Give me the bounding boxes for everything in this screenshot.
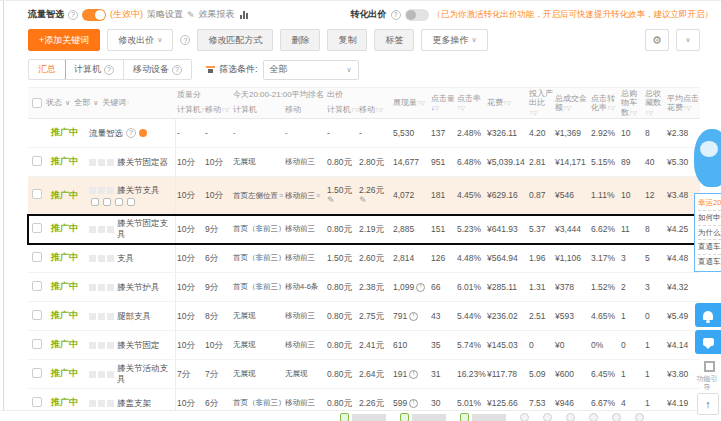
status-filter-all[interactable]: 全部∨ bbox=[74, 98, 98, 107]
keyword-text[interactable]: 膝关节固定 bbox=[117, 340, 160, 351]
keyword-text[interactable]: 膝关节活动支具 bbox=[117, 363, 174, 384]
help-link[interactable]: 为什么过日限 bbox=[698, 226, 721, 241]
tab-mobile[interactable]: 移动设备? bbox=[124, 60, 191, 79]
row-checkbox[interactable] bbox=[32, 397, 42, 407]
row-checkbox[interactable] bbox=[32, 252, 42, 262]
table-row[interactable]: 推广中 膝关节固定支具 10分 9分 首页（非前三） 移动前三 0.80元 2.… bbox=[28, 215, 700, 244]
apps-grid-icon[interactable] bbox=[704, 361, 715, 372]
effect-report-link[interactable]: 效果报表 bbox=[199, 8, 235, 21]
help-link[interactable]: 直通车广计划 bbox=[698, 255, 721, 269]
select-all-checkbox[interactable] bbox=[32, 98, 42, 108]
table-row[interactable]: 推广中 腿部支具 10分 8分 无展现 移动前三 0.80元 2.75元 791… bbox=[28, 302, 700, 331]
cost-header[interactable]: 花费↑▽ bbox=[486, 98, 528, 107]
impression-warning-icon[interactable]: ! bbox=[416, 283, 425, 292]
toolbar-mini-icon[interactable] bbox=[635, 413, 644, 421]
feature-guide-label[interactable]: 功能引导 bbox=[696, 375, 718, 392]
keyword-text[interactable]: 膝关节固定支具 bbox=[117, 218, 174, 239]
strategy-settings-link[interactable]: 策略设置 bbox=[147, 8, 183, 21]
keyword-text[interactable]: 膝关节支具 bbox=[117, 185, 160, 196]
table-row[interactable]: 推广中 膝关节护具 10分 9分 首页（非前三） 移动4-6条 0.80元 2.… bbox=[28, 273, 700, 302]
toolbar-mini-icon[interactable] bbox=[612, 413, 621, 421]
conversion-bid-toggle[interactable] bbox=[405, 9, 429, 21]
delete-button[interactable]: 删除 bbox=[280, 29, 320, 51]
gear-icon[interactable]: ⚙ bbox=[645, 29, 669, 51]
gmv-header[interactable]: 总成交金额↑▽ bbox=[554, 94, 590, 112]
toolbar-mini-icon[interactable] bbox=[543, 413, 552, 421]
bid-pc-header[interactable]: 计算机↑▽ bbox=[326, 105, 358, 114]
table-row[interactable]: 推广中 膝关节支具 10分 10分 首页左侧位置≡ 移动前三≡ 1.50元✎ 2… bbox=[28, 177, 700, 215]
rank-menu-icon[interactable]: ≡ bbox=[279, 192, 283, 199]
back-to-top-button[interactable]: ↑ bbox=[697, 393, 719, 415]
toolbar-mini-icon[interactable] bbox=[589, 413, 598, 421]
tab-summary[interactable]: 汇总 bbox=[28, 59, 66, 80]
add-keyword-button[interactable]: +添加关键词 bbox=[28, 29, 100, 51]
edit-bid-icon[interactable]: ✎ bbox=[359, 195, 367, 205]
keyword-hover-actions[interactable] bbox=[89, 198, 174, 206]
table-row[interactable]: 推广中 膝关节固定器 10分 10分 无展现 移动前三 0.80元 2.80元 … bbox=[28, 148, 700, 177]
keyword-text[interactable]: 膝关节护具 bbox=[117, 282, 160, 293]
legend-checkbox-item[interactable] bbox=[400, 413, 446, 421]
row-checkbox[interactable] bbox=[32, 368, 42, 378]
row-checkbox[interactable] bbox=[32, 156, 42, 166]
table-row[interactable]: 推广中 膝关节活动支具 7分 7分 无展现 无展现 0.80元 2.64元 19… bbox=[28, 360, 700, 389]
keyword-header[interactable]: 关键词↑ bbox=[102, 98, 130, 107]
help-icon[interactable]: ? bbox=[391, 10, 401, 20]
keyword-text[interactable]: 膝关节固定器 bbox=[117, 157, 168, 168]
checkbox-icon[interactable] bbox=[340, 413, 349, 421]
filter-condition-select[interactable]: 全部∨ bbox=[263, 60, 359, 80]
keyword-text[interactable]: 流量智选 bbox=[89, 128, 123, 139]
table-row[interactable]: 推广中 流量智选 ? - - - - - - 5,530 137 2.48% ¥… bbox=[28, 119, 700, 148]
checkbox-icon[interactable] bbox=[460, 413, 469, 421]
modify-bid-dropdown[interactable]: 修改出价∨ bbox=[107, 29, 173, 51]
roi-header[interactable]: 投入产出比↑▽ bbox=[528, 89, 554, 117]
bar-chart-icon[interactable] bbox=[240, 11, 248, 19]
copy-button[interactable]: 复制 bbox=[327, 29, 367, 51]
checkbox-icon[interactable] bbox=[400, 413, 409, 421]
row-checkbox[interactable] bbox=[32, 310, 42, 320]
impressions-header[interactable]: 展现量↑▽ bbox=[392, 98, 430, 107]
more-actions-dropdown[interactable]: 更多操作∨ bbox=[421, 29, 487, 51]
toolbar-mini-icon[interactable] bbox=[566, 413, 575, 421]
notification-button[interactable] bbox=[695, 303, 721, 327]
impression-warning-icon[interactable]: ! bbox=[409, 370, 418, 379]
legend-checkbox-item[interactable] bbox=[340, 413, 386, 421]
smart-traffic-toggle[interactable] bbox=[82, 9, 106, 21]
tab-pc[interactable]: 计算机? bbox=[65, 60, 124, 79]
keyword-text[interactable]: 膝盖支架 bbox=[117, 398, 151, 409]
legend-checkbox-item[interactable] bbox=[460, 413, 506, 421]
favorites-header[interactable]: 总收藏数↑▽ bbox=[644, 89, 666, 117]
bid-mobile-header[interactable]: 移动↑▽ bbox=[358, 105, 392, 114]
tag-button[interactable]: 标签 bbox=[374, 29, 414, 51]
cvr-header[interactable]: 点击转化率↑▽ bbox=[590, 94, 620, 112]
help-link[interactable]: 直通车厂 bbox=[698, 240, 721, 255]
avg-cpc-header[interactable]: 平均点击花费↑▽ bbox=[666, 94, 700, 112]
edit-bid-icon[interactable]: ✎ bbox=[327, 195, 335, 205]
toolbar-mini-icon[interactable] bbox=[520, 413, 529, 421]
help-icon[interactable]: ? bbox=[68, 10, 78, 20]
help-link[interactable]: 如何申请图片功能 bbox=[698, 211, 721, 226]
collapse-chevron-icon[interactable]: ∨ bbox=[676, 29, 700, 51]
quality-mobile-header[interactable]: 移动↑▽ bbox=[204, 105, 232, 114]
help-link[interactable]: 幸运20 bbox=[698, 196, 721, 211]
quality-pc-header[interactable]: 计算机↑▽ bbox=[176, 105, 204, 114]
keyword-text[interactable]: 腿部支具 bbox=[117, 311, 151, 322]
row-checkbox[interactable] bbox=[32, 339, 42, 349]
edit-pencil-icon[interactable]: ✎ bbox=[187, 10, 195, 20]
keyword-text[interactable]: 支具 bbox=[117, 253, 134, 264]
ctr-header[interactable]: 点击率↑▽ bbox=[456, 94, 486, 112]
row-checkbox[interactable] bbox=[32, 223, 42, 233]
impression-warning-icon[interactable]: ! bbox=[409, 312, 418, 321]
rank-menu-icon[interactable]: ≡ bbox=[316, 192, 320, 199]
mascot-icon[interactable] bbox=[694, 129, 721, 187]
smart-traffic-info-icon[interactable]: ? bbox=[126, 128, 136, 138]
help-icon[interactable]: ? bbox=[180, 35, 190, 45]
impression-warning-icon[interactable]: ! bbox=[409, 399, 418, 408]
message-button[interactable] bbox=[695, 330, 721, 354]
status-header[interactable]: 状态∨ bbox=[46, 98, 70, 107]
modify-match-button[interactable]: 修改匹配方式 bbox=[197, 29, 273, 51]
row-checkbox[interactable] bbox=[32, 281, 42, 291]
row-checkbox[interactable] bbox=[32, 189, 42, 199]
cart-header[interactable]: 总购物车数↑▽ bbox=[620, 89, 644, 117]
table-row[interactable]: 推广中 膝关节固定 10分 10分 无展现 移动前三 0.80元 2.41元 6… bbox=[28, 331, 700, 360]
table-row[interactable]: 推广中 支具 10分 6分 首页（非前三） 移动前三 1.50元 2.60元 2… bbox=[28, 244, 700, 273]
